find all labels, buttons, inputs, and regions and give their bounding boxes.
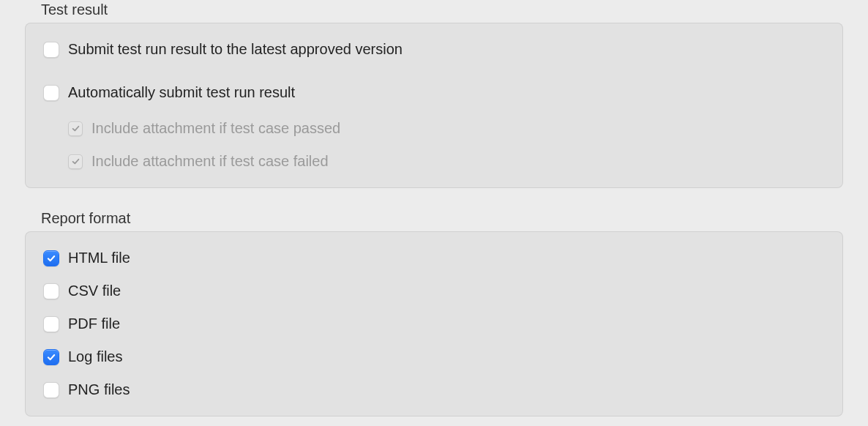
row-pdf-file: PDF file (43, 311, 825, 337)
row-html-file: HTML file (43, 245, 825, 271)
row-png-files: PNG files (43, 377, 825, 403)
checkbox-include-passed (68, 122, 83, 136)
section-title-test-result: Test result (41, 0, 843, 18)
label-include-failed: Include attachment if test case failed (91, 153, 329, 170)
panel-report-format: HTML file CSV file PDF file Log files PN… (25, 231, 843, 416)
section-title-report-format: Report format (41, 188, 843, 227)
row-include-failed: Include attachment if test case failed (43, 149, 825, 174)
checkbox-include-failed (68, 154, 83, 169)
label-submit-latest: Submit test run result to the latest app… (68, 41, 403, 58)
checkbox-pdf-file[interactable] (43, 316, 59, 332)
label-csv-file: CSV file (68, 283, 121, 299)
row-submit-latest: Submit test run result to the latest app… (43, 37, 825, 62)
checkbox-auto-submit[interactable] (43, 85, 59, 101)
row-auto-submit: Automatically submit test run result (43, 80, 825, 105)
checkbox-submit-latest[interactable] (43, 42, 59, 58)
row-log-files: Log files (43, 344, 825, 370)
label-png-files: PNG files (68, 381, 130, 398)
checkbox-html-file[interactable] (43, 250, 59, 266)
checkbox-log-files[interactable] (43, 349, 59, 365)
checkbox-csv-file[interactable] (43, 283, 59, 299)
label-pdf-file: PDF file (68, 315, 120, 332)
label-log-files: Log files (68, 348, 123, 365)
checkbox-png-files[interactable] (43, 382, 59, 398)
row-csv-file: CSV file (43, 278, 825, 304)
label-auto-submit: Automatically submit test run result (68, 84, 295, 101)
panel-test-result: Submit test run result to the latest app… (25, 23, 843, 188)
label-html-file: HTML file (68, 250, 130, 266)
row-include-passed: Include attachment if test case passed (43, 116, 825, 141)
label-include-passed: Include attachment if test case passed (91, 120, 340, 137)
